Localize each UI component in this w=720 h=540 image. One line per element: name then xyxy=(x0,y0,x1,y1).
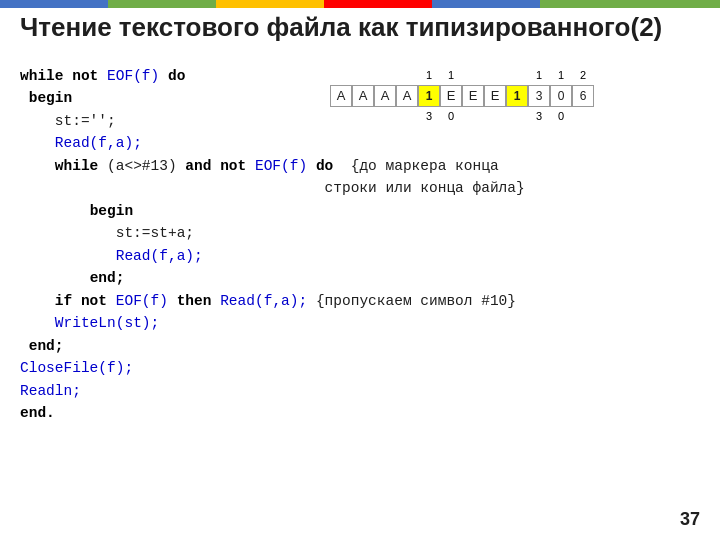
code-line-5: while (a<>#13) and not EOF(f) do {до мар… xyxy=(20,155,700,177)
code-line-13: end; xyxy=(20,335,700,357)
fn-writeln: WriteLn(st); xyxy=(55,315,159,331)
comment-1: {до маркера конца xyxy=(351,158,499,174)
code-line-14: CloseFile(f); xyxy=(20,357,700,379)
cell-6: E xyxy=(462,85,484,107)
cell-4: 1 xyxy=(418,85,440,107)
keyword-end-final: end. xyxy=(20,405,55,421)
code-block: 1 1 1 1 2 A A A A 1 E E E 1 3 0 xyxy=(20,65,700,425)
cell-10: 0 xyxy=(550,85,572,107)
keyword-if: if not xyxy=(55,293,107,309)
fn-read3: Read(f,a); xyxy=(220,293,307,309)
top-color-bar xyxy=(0,0,720,8)
code-line-6: строки или конца файла} xyxy=(20,177,700,199)
keyword-do2: do xyxy=(316,158,333,174)
fn-eof: EOF(f) xyxy=(107,68,159,84)
fn-closefile: CloseFile(f); xyxy=(20,360,133,376)
code-line-7: begin xyxy=(20,200,700,222)
keyword-then: then xyxy=(177,293,212,309)
fn-eof3: EOF(f) xyxy=(116,293,168,309)
code-line-9: Read(f,a); xyxy=(20,245,700,267)
cell-1: A xyxy=(352,85,374,107)
keyword-while: while not xyxy=(20,68,98,84)
cell-2: A xyxy=(374,85,396,107)
keyword-end1: end; xyxy=(90,270,125,286)
code-line-11: if not EOF(f) then Read(f,a); {пропускае… xyxy=(20,290,700,312)
page-number: 37 xyxy=(680,509,700,530)
cell-0: A xyxy=(330,85,352,107)
cell-3: A xyxy=(396,85,418,107)
page-title: Чтение текстового файла как типизированн… xyxy=(20,12,700,43)
array-top-row: 1 1 1 1 2 xyxy=(330,67,594,84)
cell-9: 3 xyxy=(528,85,550,107)
comment-3: {пропускаем символ #10} xyxy=(316,293,516,309)
code-line-4: Read(f,a); xyxy=(20,132,700,154)
keyword-while2: while xyxy=(55,158,99,174)
fn-read2: Read(f,a); xyxy=(116,248,203,264)
keyword-begin: begin xyxy=(29,90,73,106)
code-line-15: Readln; xyxy=(20,380,700,402)
code-line-12: WriteLn(st); xyxy=(20,312,700,334)
code-line-16: end. xyxy=(20,402,700,424)
code-line-8: st:=st+a; xyxy=(20,222,700,244)
content-area: 1 1 1 1 2 A A A A 1 E E E 1 3 0 xyxy=(20,65,700,510)
array-visualization: 1 1 1 1 2 A A A A 1 E E E 1 3 0 xyxy=(330,67,594,125)
cell-7: E xyxy=(484,85,506,107)
keyword-and: and not xyxy=(185,158,246,174)
cell-5: E xyxy=(440,85,462,107)
array-cells-row: A A A A 1 E E E 1 3 0 6 xyxy=(330,85,594,107)
cell-8: 1 xyxy=(506,85,528,107)
cell-11: 6 xyxy=(572,85,594,107)
keyword-end2: end; xyxy=(29,338,64,354)
fn-eof2: EOF(f) xyxy=(255,158,307,174)
keyword-do: do xyxy=(168,68,185,84)
comment-2: строки или конца файла} xyxy=(325,180,525,196)
keyword-begin2: begin xyxy=(90,203,134,219)
code-line-10: end; xyxy=(20,267,700,289)
fn-read1: Read(f,a); xyxy=(55,135,142,151)
array-bottom-row: 3 0 3 0 xyxy=(330,108,594,125)
fn-readln: Readln; xyxy=(20,383,81,399)
